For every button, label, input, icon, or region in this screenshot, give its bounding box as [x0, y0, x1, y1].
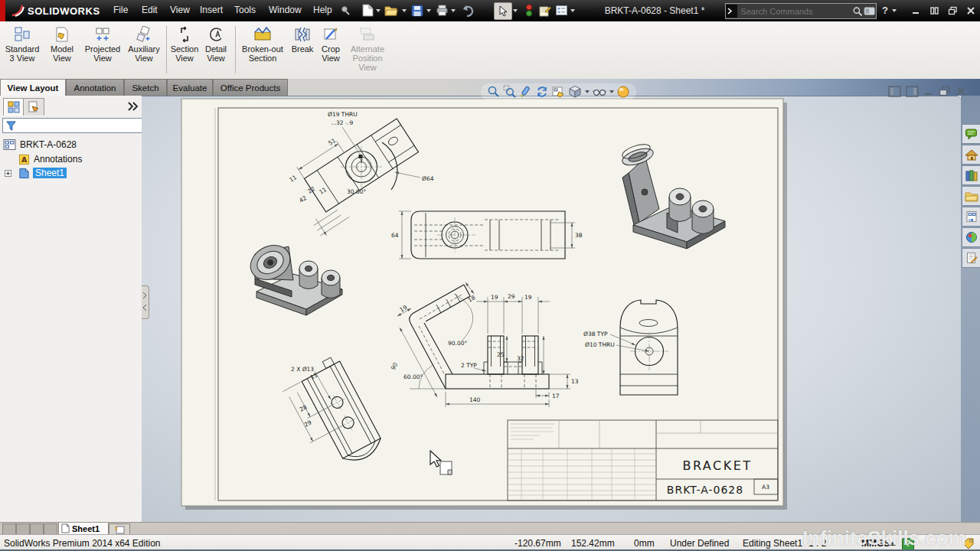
menu-tools[interactable]: Tools	[234, 5, 256, 15]
button-label: Broken-out	[238, 44, 287, 54]
menu-help[interactable]: Help	[313, 5, 332, 15]
tab-view-layout[interactable]: View Layout	[0, 79, 66, 96]
display-style-caret[interactable]	[585, 90, 590, 93]
file-explorer-icon[interactable]	[962, 186, 980, 206]
doc-restore-button[interactable]	[939, 86, 951, 96]
zoom-to-fit-icon[interactable]	[487, 85, 501, 99]
first-sheet-button[interactable]	[2, 523, 16, 535]
brand-accent-strip	[0, 0, 5, 21]
select-caret[interactable]	[511, 2, 519, 18]
search-commands-box[interactable]	[725, 3, 877, 19]
tab-evaluate[interactable]: Evaluate	[167, 79, 213, 96]
ribbon-separator	[166, 26, 167, 73]
tree-annotations-row[interactable]: A Annotations	[18, 152, 82, 166]
units-selector[interactable]: MMGS	[861, 538, 890, 549]
open-caret[interactable]	[400, 2, 408, 18]
section-view-button[interactable]: Section View	[169, 24, 200, 75]
last-sheet-button[interactable]	[44, 523, 57, 535]
broken-out-section-button[interactable]: Broken-out Section	[238, 24, 287, 75]
detail-view-button[interactable]: Detail View	[201, 24, 230, 75]
prev-sheet-button[interactable]	[16, 523, 30, 535]
menu-insert[interactable]: Insert	[200, 5, 223, 15]
help-button[interactable]: ?	[882, 5, 888, 16]
title-bar: SOLIDWORKS File Edit View Insert Tools W…	[0, 0, 980, 21]
save-icon[interactable]	[410, 2, 425, 18]
graphics-area[interactable]: .pl{stroke:#1c1c1c;stroke-width:1.1;fill…	[142, 96, 961, 523]
view-palette-icon[interactable]	[962, 207, 980, 227]
dim: 60.00°	[403, 373, 423, 380]
sheet-properties-icon[interactable]	[537, 2, 552, 18]
filter-input[interactable]	[2, 118, 142, 133]
3d-drawing-view-icon[interactable]	[551, 85, 566, 99]
status-lights-icon[interactable]	[521, 2, 537, 18]
restore-button[interactable]	[945, 2, 960, 18]
menu-file[interactable]: File	[113, 5, 128, 15]
maximize-button[interactable]	[926, 2, 942, 18]
break-icon	[289, 26, 315, 44]
coordinate-z: 0mm	[634, 538, 655, 549]
print-icon[interactable]	[434, 2, 449, 18]
apply-scene-icon[interactable]	[616, 85, 630, 99]
help-caret[interactable]	[890, 2, 898, 18]
tag-icon[interactable]	[962, 537, 975, 549]
menu-window[interactable]: Window	[269, 5, 302, 15]
tab-office-products[interactable]: Office Products	[213, 79, 288, 96]
appearances-scenes-icon[interactable]	[962, 227, 980, 247]
standard-3-view-button[interactable]: Standard 3 View	[2, 24, 42, 75]
search-input[interactable]	[737, 7, 852, 16]
pushpin-icon[interactable]	[340, 5, 351, 16]
doc-close-button[interactable]	[956, 86, 966, 96]
close-button[interactable]	[963, 2, 978, 18]
model-view-button[interactable]: Model View	[43, 24, 81, 75]
coordinate-x: -120.67mm	[514, 538, 561, 549]
tab-annotation[interactable]: Annotation	[66, 79, 124, 96]
redraw-icon[interactable]	[535, 85, 549, 99]
options-list-icon[interactable]	[554, 2, 569, 18]
display-style-icon[interactable]	[568, 85, 583, 99]
solidworks-forum-icon[interactable]	[962, 124, 980, 144]
hide-show-items-caret[interactable]	[609, 90, 614, 93]
tree-sheet1-row[interactable]: Sheet1	[5, 166, 67, 180]
solidworks-resources-home-icon[interactable]	[962, 145, 980, 165]
tab-sketch[interactable]: Sketch	[124, 79, 167, 96]
units-caret-icon[interactable]	[890, 542, 896, 546]
zoom-to-area-icon[interactable]	[503, 85, 517, 99]
pane-right-icon[interactable]	[906, 86, 919, 97]
dim: 2 TYP	[461, 362, 477, 369]
search-magnifier-icon[interactable]	[852, 5, 863, 18]
minimize-button[interactable]	[908, 2, 923, 18]
alternate-position-view-button[interactable]: Alternate Position View	[346, 24, 389, 75]
hide-show-items-icon[interactable]	[592, 85, 607, 99]
menu-view[interactable]: View	[170, 5, 190, 15]
break-button[interactable]: Break	[289, 24, 315, 75]
tab-label: Evaluate	[173, 83, 207, 93]
pane-left-icon[interactable]	[888, 86, 901, 97]
dim: 38	[575, 232, 583, 239]
property-manager-tab[interactable]	[23, 98, 44, 116]
next-sheet-button[interactable]	[30, 523, 44, 535]
save-caret[interactable]	[425, 2, 433, 18]
custom-properties-icon[interactable]	[962, 248, 980, 268]
undo-icon[interactable]	[460, 2, 475, 18]
select-arrow-icon[interactable]	[494, 2, 512, 20]
print-caret[interactable]	[449, 2, 457, 18]
menu-edit[interactable]: Edit	[142, 5, 158, 15]
crop-view-button[interactable]: Crop View	[317, 24, 345, 75]
quick-tip-icon[interactable]: ?	[902, 538, 914, 550]
feature-manager-tab[interactable]	[3, 98, 24, 116]
new-document-icon[interactable]	[360, 2, 375, 18]
sheet1-tab[interactable]: Sheet1	[58, 523, 109, 535]
auxiliary-view-button[interactable]: Auxiliary View	[124, 24, 164, 75]
design-library-icon[interactable]	[962, 165, 980, 185]
tree-root-row[interactable]: BRKT-A-0628	[3, 138, 77, 152]
expander-plus-icon[interactable]	[5, 170, 11, 177]
previous-view-icon[interactable]	[519, 85, 533, 99]
ribbon-separator	[235, 26, 236, 73]
doc-minimize-button[interactable]	[923, 86, 934, 96]
collapse-chevrons-icon[interactable]	[126, 102, 139, 111]
projected-view-button[interactable]: Projected View	[83, 24, 122, 75]
open-icon[interactable]	[384, 2, 399, 18]
new-document-caret[interactable]	[374, 2, 382, 18]
search-expand-icon[interactable]	[864, 6, 876, 17]
panel-splitter-handle[interactable]	[142, 285, 149, 319]
